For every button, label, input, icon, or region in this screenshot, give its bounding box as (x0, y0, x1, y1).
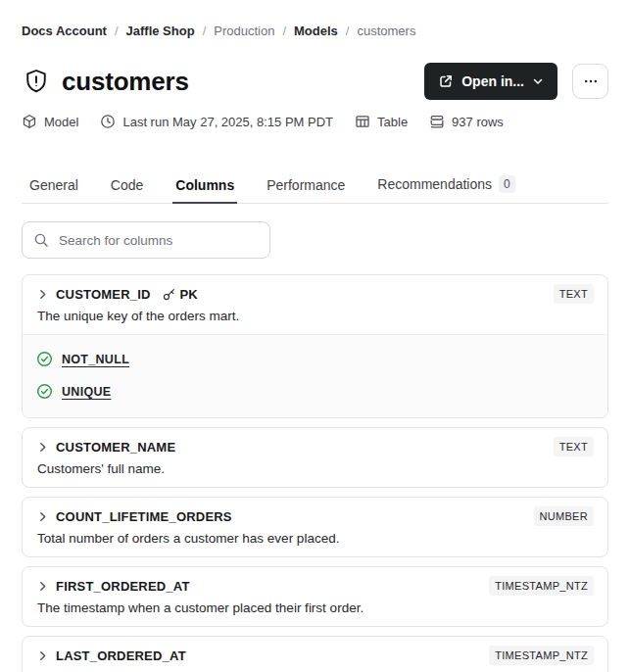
column-description: Total number of orders a customer has ev… (36, 531, 594, 546)
breadcrumb-item-models[interactable]: Models (294, 24, 338, 38)
rows-stack-icon (429, 114, 445, 129)
column-description: The unique key of the orders mart. (36, 309, 594, 323)
column-card-customer-id: CUSTOMER_ID PK TEXT The unique key of th… (22, 274, 608, 418)
breadcrumb-separator: / (282, 24, 286, 38)
open-in-label: Open in... (461, 73, 524, 89)
column-card-first-ordered-at: FIRST_ORDERED_AT TIMESTAMP_NTZ The times… (22, 566, 608, 627)
breadcrumb-item-docs-account[interactable]: Docs Account (22, 24, 107, 38)
chevron-down-icon (532, 75, 544, 87)
meta-row-count-label: 937 rows (452, 115, 504, 129)
column-type-badge: TEXT (554, 284, 594, 304)
tab-recommendations[interactable]: Recommendations 0 (374, 175, 517, 204)
chevron-right-icon[interactable] (36, 288, 49, 301)
column-type-badge: TIMESTAMP_NTZ (489, 646, 594, 665)
clock-icon (100, 114, 116, 129)
breadcrumb-separator: / (346, 24, 350, 38)
column-card-customer-name: CUSTOMER_NAME TEXT Customers' full name. (22, 427, 608, 488)
column-card-last-ordered-at: LAST_ORDERED_AT TIMESTAMP_NTZ The timest… (22, 636, 608, 672)
check-circle-icon (36, 383, 53, 400)
breadcrumb-separator: / (115, 24, 119, 38)
column-name: COUNT_LIFETIME_ORDERS (56, 509, 232, 524)
breadcrumb-item-customers: customers (357, 24, 415, 38)
column-name: CUSTOMER_ID (56, 287, 151, 302)
tab-columns[interactable]: Columns (172, 177, 237, 204)
meta-resource-type: Model (22, 114, 78, 129)
tab-bar: General Code Columns Performance Recomme… (22, 175, 608, 204)
columns-list: CUSTOMER_ID PK TEXT The unique key of th… (22, 274, 608, 672)
tab-performance[interactable]: Performance (264, 177, 348, 204)
meta-last-run-label: Last run May 27, 2025, 8:15 PM PDT (122, 115, 333, 129)
ellipsis-icon (583, 73, 599, 89)
breadcrumb-item-production[interactable]: Production (214, 24, 274, 38)
meta-resource-type-label: Model (44, 115, 78, 129)
meta-row-count: 937 rows (429, 114, 504, 129)
recommendations-count-badge: 0 (499, 175, 515, 193)
test-row: NOT_NULL (36, 343, 594, 375)
breadcrumb-item-jaffle-shop[interactable]: Jaffle Shop (126, 24, 195, 38)
chevron-right-icon[interactable] (36, 580, 49, 593)
primary-key-indicator: PK (162, 287, 198, 302)
test-link-unique[interactable]: UNIQUE (62, 385, 111, 399)
page-header: customers Open in... (22, 63, 608, 100)
column-name: LAST_ORDERED_AT (56, 648, 186, 663)
column-type-badge: TIMESTAMP_NTZ (489, 576, 594, 596)
tab-code[interactable]: Code (108, 177, 146, 204)
column-type-badge: TEXT (554, 437, 594, 456)
search-input[interactable] (22, 221, 270, 259)
column-card-count-lifetime-orders: COUNT_LIFETIME_ORDERS NUMBER Total numbe… (22, 497, 608, 557)
more-options-button[interactable] (572, 64, 608, 99)
table-icon (355, 114, 370, 129)
check-circle-icon (36, 351, 53, 367)
breadcrumb-separator: / (203, 24, 207, 38)
column-search (22, 221, 270, 259)
breadcrumb: Docs Account / Jaffle Shop / Production … (22, 24, 608, 38)
column-name: FIRST_ORDERED_AT (56, 579, 190, 594)
page-title: customers (62, 67, 189, 97)
model-meta-row: Model Last run May 27, 2025, 8:15 PM PDT… (22, 114, 608, 129)
test-link-not-null[interactable]: NOT_NULL (62, 353, 129, 366)
chevron-right-icon[interactable] (36, 510, 49, 523)
meta-materialization-label: Table (377, 115, 408, 129)
column-type-badge: NUMBER (534, 506, 594, 526)
tab-general[interactable]: General (26, 177, 81, 204)
meta-materialization: Table (355, 114, 408, 129)
column-description: Customers' full name. (36, 461, 594, 476)
column-name: CUSTOMER_NAME (56, 440, 175, 455)
meta-last-run: Last run May 27, 2025, 8:15 PM PDT (100, 114, 333, 129)
open-in-button[interactable]: Open in... (424, 63, 557, 100)
test-row: UNIQUE (36, 375, 594, 408)
pk-label: PK (180, 287, 198, 302)
key-icon (162, 287, 176, 302)
chevron-right-icon[interactable] (36, 441, 49, 454)
chevron-right-icon[interactable] (36, 649, 49, 662)
external-link-icon (438, 73, 454, 89)
search-icon (33, 232, 49, 248)
model-shield-icon (22, 67, 51, 96)
column-tests: NOT_NULL UNIQUE (23, 334, 607, 417)
column-description: The timestamp when a customer placed the… (36, 600, 594, 615)
cube-icon (22, 114, 37, 129)
